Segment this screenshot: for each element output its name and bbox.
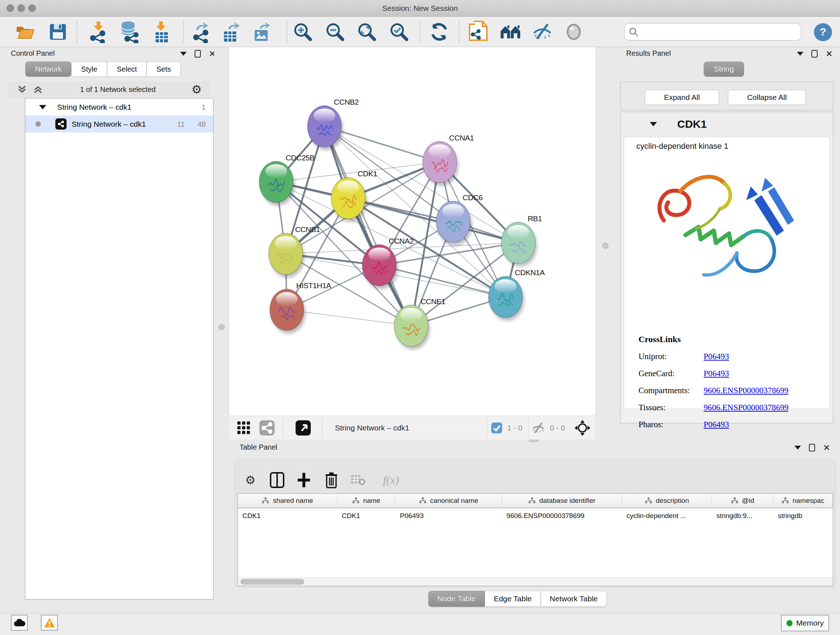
delete-table-icon: [350, 473, 366, 486]
crosslink-link[interactable]: P06493: [704, 352, 729, 361]
table-cell[interactable]: stringdb:9...: [712, 508, 774, 523]
gear-icon: ⚙: [245, 473, 256, 487]
scrollbar-thumb[interactable]: [240, 579, 304, 585]
export-table-button[interactable]: [220, 19, 243, 44]
export-image-button[interactable]: [251, 19, 274, 44]
close-panel-icon[interactable]: ✕: [823, 444, 830, 451]
import-network-file-button[interactable]: [87, 19, 110, 44]
collapse-all-networks-icon[interactable]: [32, 84, 44, 95]
collapse-all-button[interactable]: Collapse All: [728, 90, 806, 105]
expand-all-button[interactable]: Expand All: [645, 90, 719, 105]
open-in-new-window-button[interactable]: [293, 418, 313, 438]
zoom-fit-icon: [357, 22, 377, 42]
tab-network[interactable]: Network: [25, 62, 71, 77]
node-HIST1H1A[interactable]: HIST1H1A: [270, 281, 332, 334]
float-panel-icon[interactable]: [809, 444, 815, 451]
tab-network-table[interactable]: Network Table: [541, 591, 607, 607]
node-RB1[interactable]: RB1: [501, 214, 542, 267]
network-options-gear-icon[interactable]: ⚙: [191, 82, 202, 96]
node-CDKN1A[interactable]: CDKN1A: [488, 268, 545, 321]
hide-selected-button[interactable]: [531, 19, 554, 44]
tab-edge-table[interactable]: Edge Table: [485, 591, 541, 607]
table-options-button[interactable]: ⚙: [240, 470, 261, 491]
save-session-button[interactable]: [46, 19, 69, 44]
table-horizontal-scrollbar[interactable]: [238, 578, 833, 586]
zoom-out-button[interactable]: [324, 19, 347, 44]
expand-all-networks-icon[interactable]: [16, 84, 28, 95]
network-row[interactable]: String Network – cdk1 11 48: [25, 116, 213, 133]
function-builder-button[interactable]: f(x): [376, 470, 406, 491]
zoom-fit-button[interactable]: [355, 19, 378, 44]
network-canvas[interactable]: CCNB2CCNA1CDC25BCDK1CDC6RB1CCNB1CCNA2CDK…: [229, 47, 595, 416]
column-header-canonical-name[interactable]: canonical name: [395, 494, 502, 508]
table-cell[interactable]: 9606.ENSP00000378699: [502, 508, 622, 523]
show-all-button[interactable]: [562, 19, 585, 44]
column-header-shared-name[interactable]: shared name: [238, 494, 338, 508]
search-input[interactable]: [641, 28, 801, 36]
delete-table-button[interactable]: [347, 470, 369, 491]
float-panel-icon[interactable]: [812, 50, 818, 57]
tab-sets[interactable]: Sets: [147, 62, 180, 77]
network-collection-row[interactable]: String Network – cdk1 1: [25, 98, 213, 116]
collapse-panel-icon[interactable]: [180, 52, 187, 56]
pan-mode-button[interactable]: [572, 418, 592, 438]
refresh-button[interactable]: [428, 19, 451, 44]
node-CDC6[interactable]: CDC6: [436, 193, 483, 246]
tab-select[interactable]: Select: [107, 62, 147, 77]
table-cell[interactable]: stringdb: [774, 508, 833, 523]
left-splitter-grip[interactable]: [218, 324, 225, 330]
column-header-name[interactable]: name: [338, 494, 396, 508]
import-network-database-button[interactable]: [118, 19, 141, 44]
table-row[interactable]: CDK1CDK1P064939606.ENSP00000378699cyclin…: [238, 508, 833, 523]
export-network-button[interactable]: [189, 19, 213, 44]
column-header-database-identifier[interactable]: database identifier: [502, 494, 622, 508]
crosslink-link[interactable]: 9606.ENSP00000378699: [704, 386, 789, 395]
gene-expand-icon[interactable]: [650, 122, 657, 126]
collection-expand-icon[interactable]: [39, 105, 46, 109]
table-cell[interactable]: CDK1: [238, 508, 338, 523]
help-button[interactable]: ?: [814, 23, 832, 41]
node-CCNB1[interactable]: CCNB1: [269, 225, 320, 278]
selected-indicator-checkbox[interactable]: [489, 420, 504, 435]
crosslink-link[interactable]: P06493: [704, 369, 729, 378]
tab-style[interactable]: Style: [71, 62, 107, 77]
save-floppy-icon: [49, 23, 67, 41]
crosslink-link[interactable]: P06493: [704, 420, 729, 429]
right-splitter[interactable]: [595, 47, 616, 441]
node-CDK1[interactable]: CDK1: [332, 169, 377, 222]
node-CCNA1[interactable]: CCNA1: [423, 134, 474, 186]
table-cell[interactable]: cyclin-dependent ...: [622, 508, 712, 523]
node-CDC25B[interactable]: CDC25B: [259, 154, 314, 206]
tab-node-table[interactable]: Node Table: [428, 591, 485, 607]
warnings-button[interactable]: [41, 615, 58, 631]
import-table-file-button[interactable]: [150, 19, 173, 44]
close-panel-icon[interactable]: ✕: [826, 50, 833, 57]
copy-network-button[interactable]: [467, 19, 490, 44]
first-neighbors-button[interactable]: [499, 19, 522, 44]
column-header-description[interactable]: description: [622, 494, 712, 508]
collapse-panel-icon[interactable]: [797, 52, 804, 56]
crosslink-label: Compartments:: [638, 386, 704, 395]
zoom-in-button[interactable]: [291, 19, 314, 44]
crosslink-link[interactable]: 9606.ENSP00000378699: [704, 403, 789, 412]
birds-eye-view-button[interactable]: [234, 418, 254, 438]
table-cell[interactable]: P06493: [395, 508, 502, 523]
column-header-@id[interactable]: @id: [712, 494, 774, 508]
left-splitter[interactable]: [214, 47, 229, 613]
table-cell[interactable]: CDK1: [338, 508, 396, 523]
tab-string[interactable]: String: [704, 62, 744, 77]
search-box[interactable]: [624, 23, 801, 41]
collapse-panel-icon[interactable]: [794, 446, 801, 450]
delete-column-button[interactable]: [321, 470, 342, 491]
create-column-button[interactable]: [294, 470, 314, 491]
cloud-status-button[interactable]: [11, 615, 28, 631]
gene-section-header[interactable]: CDK1: [621, 112, 833, 136]
memory-button[interactable]: Memory: [781, 615, 829, 631]
zoom-selected-button[interactable]: [387, 19, 411, 44]
float-panel-icon[interactable]: [195, 50, 201, 57]
column-header-namespac[interactable]: namespac: [774, 494, 833, 508]
show-columns-button[interactable]: [267, 470, 287, 491]
right-splitter-grip[interactable]: [602, 242, 608, 249]
open-session-button[interactable]: [14, 19, 37, 44]
node-label-CCNB1: CCNB1: [295, 225, 320, 233]
